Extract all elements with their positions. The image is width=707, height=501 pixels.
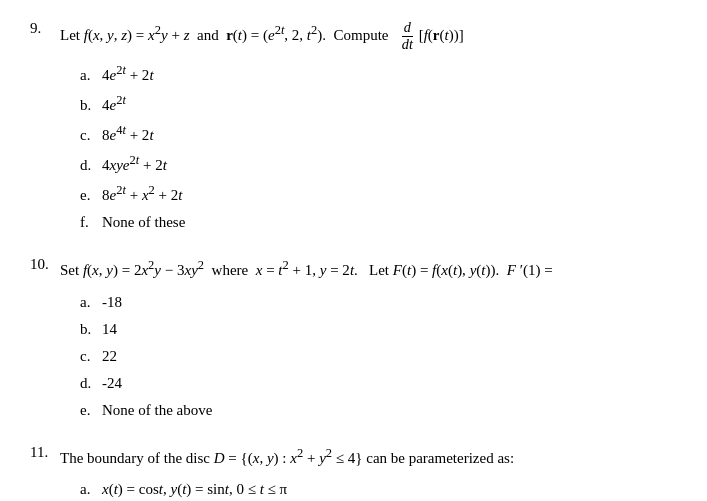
q10-number: 10. <box>30 256 60 273</box>
q9-answer-b: 4e2t <box>102 90 677 117</box>
q10-options: a. -18 b. 14 c. 22 d. -24 e. None of the… <box>80 290 677 422</box>
q10-letter-d: d. <box>80 371 102 395</box>
q9-options: a. 4e2t + 2t b. 4e2t c. 8e4t + 2t d. 4xy… <box>80 60 677 234</box>
q11-option-a: a. x(t) = cost, y(t) = sint, 0 ≤ t ≤ π <box>80 477 677 501</box>
q9-answer-d: 4xye2t + 2t <box>102 150 677 177</box>
q10-answer-e: None of the above <box>102 398 677 422</box>
question-10: 10. Set f(x, y) = 2x2y − 3xy2 where x = … <box>30 256 677 422</box>
q10-option-e: e. None of the above <box>80 398 677 422</box>
question-11: 11. The boundary of the disc D = {(x, y)… <box>30 444 677 501</box>
q9-option-f: f. None of these <box>80 210 677 234</box>
q9-letter-b: b. <box>80 93 102 117</box>
question-9: 9. Let f(x, y, z) = x2y + z and r(t) = (… <box>30 20 677 234</box>
q9-text: Let f(x, y, z) = x2y + z and r(t) = (e2t… <box>60 20 677 52</box>
q9-answer-f: None of these <box>102 210 677 234</box>
q10-option-c: c. 22 <box>80 344 677 368</box>
q9-answer-c: 8e4t + 2t <box>102 120 677 147</box>
q10-answer-d: -24 <box>102 371 677 395</box>
q11-options: a. x(t) = cost, y(t) = sint, 0 ≤ t ≤ π b… <box>80 477 677 501</box>
q10-option-a: a. -18 <box>80 290 677 314</box>
q11-letter-a: a. <box>80 477 102 501</box>
q9-answer-a: 4e2t + 2t <box>102 60 677 87</box>
q11-number: 11. <box>30 444 60 461</box>
q10-answer-a: -18 <box>102 290 677 314</box>
q9-answer-e: 8e2t + x2 + 2t <box>102 180 677 207</box>
q9-option-e: e. 8e2t + x2 + 2t <box>80 180 677 207</box>
q10-text: Set f(x, y) = 2x2y − 3xy2 where x = t2 +… <box>60 256 677 282</box>
q9-letter-f: f. <box>80 210 102 234</box>
q9-option-a: a. 4e2t + 2t <box>80 60 677 87</box>
q9-number: 9. <box>30 20 60 37</box>
q10-answer-b: 14 <box>102 317 677 341</box>
q10-option-d: d. -24 <box>80 371 677 395</box>
q10-letter-c: c. <box>80 344 102 368</box>
q10-letter-e: e. <box>80 398 102 422</box>
q11-text: The boundary of the disc D = {(x, y) : x… <box>60 444 677 470</box>
q9-letter-e: e. <box>80 183 102 207</box>
q9-letter-a: a. <box>80 63 102 87</box>
q10-option-b: b. 14 <box>80 317 677 341</box>
q9-option-d: d. 4xye2t + 2t <box>80 150 677 177</box>
q9-option-b: b. 4e2t <box>80 90 677 117</box>
q9-letter-c: c. <box>80 123 102 147</box>
q11-answer-a: x(t) = cost, y(t) = sint, 0 ≤ t ≤ π <box>102 477 677 501</box>
q9-letter-d: d. <box>80 153 102 177</box>
q10-answer-c: 22 <box>102 344 677 368</box>
q9-option-c: c. 8e4t + 2t <box>80 120 677 147</box>
q10-letter-b: b. <box>80 317 102 341</box>
q10-letter-a: a. <box>80 290 102 314</box>
